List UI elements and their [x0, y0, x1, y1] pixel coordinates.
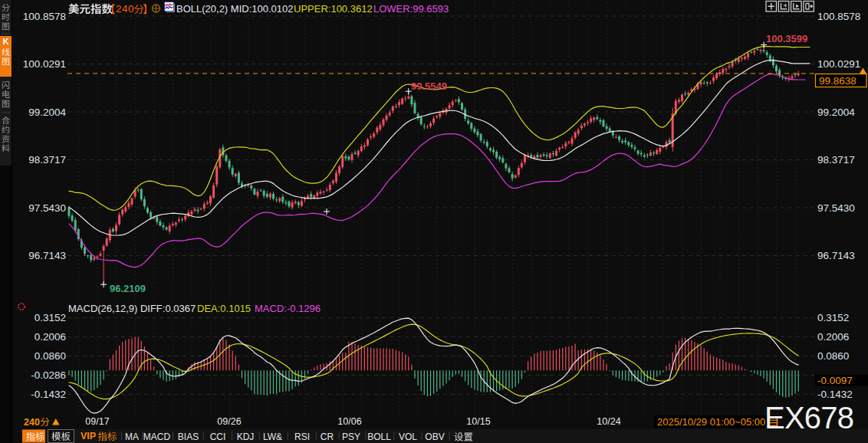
svg-text:LW&: LW& [263, 432, 282, 442]
svg-text:100.0291: 100.0291 [817, 58, 860, 70]
svg-text:DEA:0.1015: DEA:0.1015 [197, 303, 251, 314]
svg-text:96.2109: 96.2109 [110, 283, 146, 294]
svg-text:240: 240 [116, 3, 134, 15]
svg-text:10/06: 10/06 [337, 416, 361, 427]
svg-text:UPPER:100.3612: UPPER:100.3612 [294, 3, 373, 15]
svg-text:-0.1432: -0.1432 [817, 389, 853, 400]
svg-text:09/26: 09/26 [217, 416, 241, 427]
svg-text:0.0860: 0.0860 [35, 350, 66, 362]
svg-text:BOLL(20,2) MID:100.0102: BOLL(20,2) MID:100.0102 [176, 3, 293, 15]
svg-text:96.7143: 96.7143 [817, 250, 855, 261]
svg-text:100.3599: 100.3599 [766, 33, 807, 44]
svg-text:LOWER:99.6593: LOWER:99.6593 [373, 3, 449, 15]
svg-text:BOLL: BOLL [367, 432, 391, 442]
svg-text:10/15: 10/15 [466, 416, 490, 427]
svg-text:98.3717: 98.3717 [817, 154, 855, 166]
svg-text:0.2006: 0.2006 [35, 331, 66, 343]
svg-text:100.8578: 100.8578 [23, 11, 66, 22]
svg-text:97.5430: 97.5430 [28, 202, 66, 214]
svg-text:VOL: VOL [399, 432, 417, 442]
svg-text:VIP: VIP [81, 431, 96, 441]
svg-text:09/17: 09/17 [85, 416, 109, 427]
svg-text:MACD(26,12,9) DIFF:0.0367: MACD(26,12,9) DIFF:0.0367 [68, 303, 196, 314]
svg-text:97.5430: 97.5430 [817, 202, 855, 214]
svg-text:99.5549: 99.5549 [411, 80, 447, 92]
svg-text:100.0291: 100.0291 [23, 58, 66, 70]
svg-text:RSI: RSI [294, 432, 310, 442]
svg-text:10/24: 10/24 [597, 416, 620, 427]
svg-text:PSY: PSY [342, 432, 360, 442]
svg-text:MACD: MACD [143, 432, 171, 442]
svg-text:99.8638: 99.8638 [819, 75, 856, 87]
svg-text:K: K [3, 37, 9, 46]
svg-text:0.2006: 0.2006 [817, 331, 849, 343]
svg-text:CR: CR [321, 432, 334, 442]
svg-text:98.3717: 98.3717 [28, 154, 66, 166]
svg-text:-0.0097: -0.0097 [817, 375, 853, 386]
svg-text:2025/10/29 01:00~05:00: 2025/10/29 01:00~05:00 [657, 416, 765, 428]
svg-text:0.3152: 0.3152 [817, 312, 849, 323]
svg-text:CCI: CCI [210, 432, 226, 442]
svg-text:96.7143: 96.7143 [28, 250, 66, 261]
svg-text:KDJ: KDJ [237, 432, 255, 442]
svg-text:OBV: OBV [425, 432, 444, 442]
svg-text:240: 240 [24, 417, 40, 428]
svg-text:99.2004: 99.2004 [817, 107, 855, 118]
svg-text:BIAS: BIAS [178, 432, 199, 442]
svg-text:-0.1432: -0.1432 [31, 389, 66, 400]
svg-text:0.3152: 0.3152 [35, 312, 66, 323]
svg-text:100.8578: 100.8578 [817, 11, 860, 22]
svg-text:99.2004: 99.2004 [28, 107, 66, 118]
svg-text:0.0860: 0.0860 [817, 350, 849, 362]
svg-text:MACD:-0.1296: MACD:-0.1296 [255, 303, 321, 314]
svg-text:MA: MA [125, 432, 139, 442]
svg-text:-0.0286: -0.0286 [31, 369, 66, 381]
